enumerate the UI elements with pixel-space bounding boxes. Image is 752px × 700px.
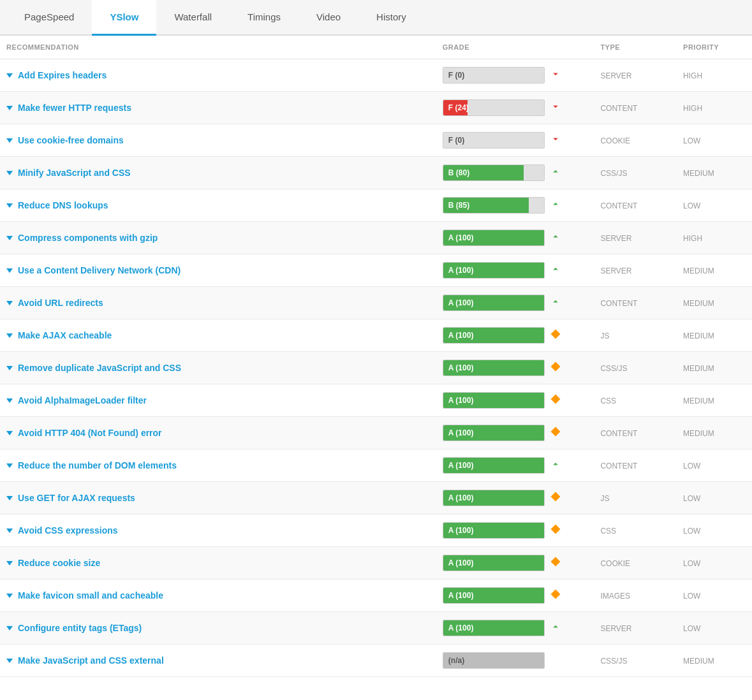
grade-cell: A (100) (443, 522, 588, 539)
recommendation-link[interactable]: Make JavaScript and CSS external (6, 655, 430, 666)
recommendation-link[interactable]: Make favicon small and cacheable (6, 590, 430, 601)
recommendation-link[interactable]: Reduce DNS lookups (6, 200, 430, 210)
expand-icon (6, 659, 13, 663)
grade-cell: A (100) (443, 555, 588, 571)
recommendation-label: Avoid CSS expressions (18, 525, 118, 536)
grade-bar: F (24) (443, 99, 545, 116)
priority-label: HIGH (683, 71, 702, 80)
tabs-bar: PageSpeedYSlowWaterfallTimingsVideoHisto… (0, 0, 752, 36)
grade-cell: A (100) (443, 490, 588, 506)
tab-waterfall[interactable]: Waterfall (156, 0, 230, 36)
tab-yslow[interactable]: YSlow (92, 0, 156, 36)
recommendation-label: Avoid HTTP 404 (Not Found) error (18, 428, 162, 438)
grade-label: A (100) (443, 393, 544, 408)
tab-pagespeed[interactable]: PageSpeed (6, 0, 92, 36)
table-row: Reduce the number of DOM elementsA (100)… (0, 449, 752, 482)
table-container: Recommendation Grade Type Priority Add E… (0, 36, 752, 677)
type-label: SERVER (600, 624, 631, 633)
priority-label: LOW (683, 624, 700, 633)
type-label: JS (600, 332, 609, 340)
recommendation-link[interactable]: Avoid HTTP 404 (Not Found) error (6, 428, 430, 438)
recommendation-link[interactable]: Minify JavaScript and CSS (6, 168, 430, 178)
recommendation-link[interactable]: Avoid AlphaImageLoader filter (6, 395, 430, 405)
diamond-icon (550, 588, 561, 603)
grade-bar: A (100) (443, 262, 545, 279)
table-row: Reduce DNS lookupsB (85)CONTENTLOW (0, 189, 752, 222)
recommendation-link[interactable]: Remove duplicate JavaScript and CSS (6, 363, 430, 373)
up-arrow-icon (550, 198, 561, 213)
diamond-icon (550, 393, 561, 408)
type-label: CONTENT (600, 201, 637, 210)
table-row: Minify JavaScript and CSSB (80)CSS/JSMED… (0, 157, 752, 189)
grade-label: A (100) (443, 523, 544, 538)
recommendation-link[interactable]: Avoid CSS expressions (6, 525, 430, 536)
grade-bar: A (100) (443, 490, 545, 506)
grade-bar: F (0) (443, 67, 545, 84)
type-label: SERVER (600, 266, 631, 275)
recommendation-link[interactable]: Use cookie-free domains (6, 135, 430, 145)
recommendation-label: Compress components with gzip (18, 233, 158, 243)
table-row: Make AJAX cacheableA (100)JSMEDIUM (0, 319, 752, 352)
type-label: CSS/JS (600, 657, 627, 666)
grade-label: A (100) (443, 555, 544, 571)
type-label: CSS/JS (600, 364, 627, 373)
up-arrow-icon (550, 263, 561, 278)
recommendation-link[interactable]: Use GET for AJAX requests (6, 493, 430, 503)
recommendation-label: Minify JavaScript and CSS (18, 168, 131, 178)
grade-cell: A (100) (443, 620, 588, 636)
tab-history[interactable]: History (358, 0, 424, 36)
priority-label: HIGH (683, 104, 702, 113)
type-label: COOKIE (600, 559, 630, 568)
expand-icon (6, 496, 13, 500)
tab-video[interactable]: Video (299, 0, 358, 36)
grade-bar: A (100) (443, 425, 545, 441)
expand-icon (6, 203, 13, 208)
recommendation-label: Configure entity tags (ETags) (18, 623, 142, 633)
recommendation-link[interactable]: Use a Content Delivery Network (CDN) (6, 265, 430, 275)
recommendation-label: Make JavaScript and CSS external (18, 655, 164, 666)
expand-icon (6, 268, 13, 273)
grade-cell: F (24) (443, 99, 588, 116)
grade-cell: A (100) (443, 392, 588, 409)
col-priority: Priority (677, 36, 752, 59)
table-row: Avoid CSS expressionsA (100)CSSLOW (0, 514, 752, 547)
down-arrow-icon (550, 133, 561, 148)
expand-icon (6, 171, 13, 175)
recommendation-link[interactable]: Avoid URL redirects (6, 298, 430, 308)
grade-label: A (100) (443, 328, 544, 343)
expand-icon (6, 301, 13, 305)
expand-icon (6, 398, 13, 403)
grade-cell: A (100) (443, 262, 588, 279)
type-label: IMAGES (600, 592, 630, 601)
recommendation-link[interactable]: Reduce the number of DOM elements (6, 460, 430, 470)
down-arrow-icon (550, 101, 561, 115)
grade-bar: A (100) (443, 327, 545, 344)
grade-label: A (100) (443, 425, 544, 441)
recommendation-link[interactable]: Compress components with gzip (6, 233, 430, 243)
grade-bar: F (0) (443, 132, 545, 149)
diamond-icon (550, 556, 561, 571)
expand-icon (6, 561, 13, 565)
priority-label: MEDIUM (683, 266, 714, 275)
tab-timings[interactable]: Timings (230, 0, 299, 36)
type-label: CONTENT (600, 299, 637, 308)
type-label: CONTENT (600, 429, 637, 438)
recommendation-label: Use a Content Delivery Network (CDN) (18, 265, 181, 275)
priority-label: LOW (683, 494, 700, 503)
priority-label: MEDIUM (683, 169, 714, 178)
recommendation-link[interactable]: Make fewer HTTP requests (6, 103, 430, 113)
recommendation-link[interactable]: Make AJAX cacheable (6, 330, 430, 340)
grade-cell: A (100) (443, 360, 588, 376)
priority-label: MEDIUM (683, 364, 714, 373)
grade-cell: F (0) (443, 67, 588, 84)
expand-icon (6, 138, 13, 143)
grade-cell: A (100) (443, 587, 588, 604)
expand-icon (6, 366, 13, 370)
recommendation-link[interactable]: Reduce cookie size (6, 558, 430, 568)
table-row: Configure entity tags (ETags)A (100)SERV… (0, 612, 752, 645)
recommendation-label: Avoid URL redirects (18, 298, 103, 308)
recommendation-link[interactable]: Configure entity tags (ETags) (6, 623, 430, 633)
grade-bar: A (100) (443, 620, 545, 636)
recommendation-link[interactable]: Add Expires headers (6, 70, 430, 80)
priority-label: LOW (683, 527, 700, 536)
